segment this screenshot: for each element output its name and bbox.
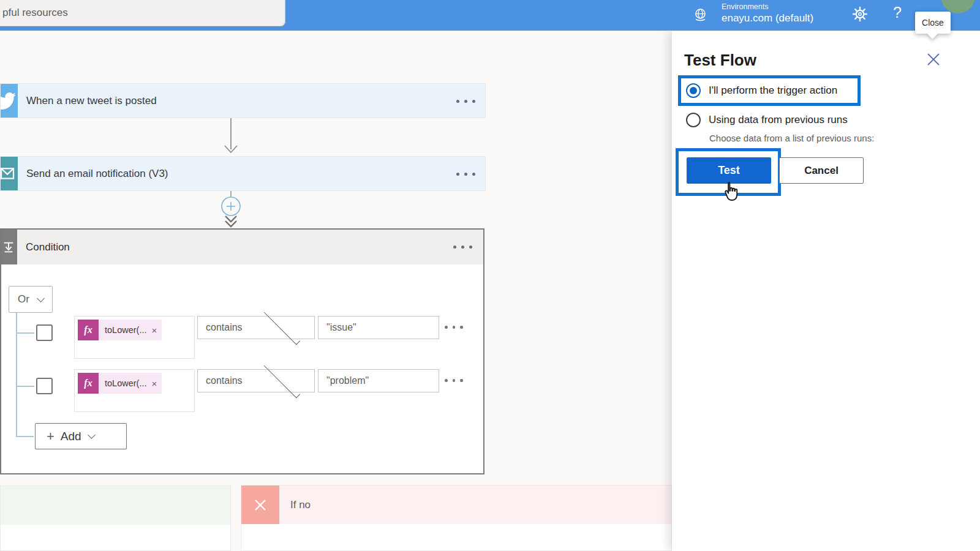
- if-no-title: If no: [290, 499, 311, 511]
- condition-tree-line: [16, 313, 17, 437]
- add-condition-button[interactable]: + Add: [35, 423, 127, 449]
- condition-value-text: "problem": [326, 375, 369, 386]
- close-tooltip: Close: [915, 12, 951, 34]
- radio-previous-runs[interactable]: [686, 113, 701, 127]
- condition-row-more-menu[interactable]: [445, 379, 463, 382]
- condition-row-more-menu[interactable]: [445, 326, 463, 329]
- flow-connector-arrows: [221, 116, 241, 230]
- condition-row-checkbox[interactable]: [36, 378, 53, 394]
- condition-tree-stub-1: [16, 332, 34, 334]
- fx-function-icon: fx: [78, 373, 99, 394]
- test-flow-panel: Test Flow I'll perform the trigger actio…: [672, 31, 980, 551]
- panel-close-icon[interactable]: [925, 51, 942, 68]
- close-tooltip-label: Close: [922, 18, 944, 28]
- environment-name: enayu.com (default): [722, 12, 813, 25]
- if-no-branch-card[interactable]: If no: [241, 485, 672, 551]
- panel-title: Test Flow: [684, 51, 756, 70]
- settings-gear-icon[interactable]: [851, 6, 869, 23]
- radio-previous-runs-label: Using data from previous runs: [709, 114, 848, 126]
- twitter-icon: [1, 84, 18, 118]
- radio-perform-trigger-label: I'll perform the trigger action: [709, 84, 837, 97]
- previous-runs-caption: Choose data from a list of previous runs…: [709, 133, 874, 143]
- trigger-card[interactable]: When a new tweet is posted: [0, 83, 486, 118]
- condition-operator-select-value: contains: [206, 322, 251, 333]
- condition-row-checkbox[interactable]: [36, 324, 53, 341]
- expression-text: toLower(...: [105, 325, 147, 335]
- condition-operator-select[interactable]: contains: [197, 369, 315, 392]
- chevron-down-icon: [88, 431, 96, 439]
- condition-operator-select-value: contains: [206, 375, 251, 386]
- cancel-button[interactable]: Cancel: [779, 157, 864, 184]
- resources-callout-label: pful resources: [0, 7, 68, 19]
- action-card[interactable]: Send an email notification (V3): [0, 156, 486, 191]
- if-yes-branch-card[interactable]: [0, 485, 231, 551]
- if-no-x-icon: [241, 485, 279, 524]
- email-icon: [1, 157, 18, 190]
- expression-token[interactable]: fx toLower(... ×: [78, 320, 162, 340]
- plus-icon: +: [47, 430, 55, 443]
- environments-globe-icon: [692, 7, 709, 23]
- cancel-button-label: Cancel: [804, 165, 839, 177]
- condition-value-field[interactable]: "problem": [318, 369, 439, 392]
- expression-token[interactable]: fx toLower(... ×: [78, 373, 162, 394]
- help-icon[interactable]: ?: [893, 4, 902, 21]
- add-button-label: Add: [61, 430, 81, 443]
- test-button-label: Test: [718, 164, 740, 177]
- hand-cursor-icon: [720, 179, 742, 206]
- remove-expression-icon[interactable]: ×: [152, 378, 157, 389]
- condition-icon: [1, 230, 17, 264]
- condition-expression-field[interactable]: fx toLower(... ×: [74, 369, 195, 412]
- if-yes-header: [1, 486, 230, 525]
- previous-runs-option[interactable]: Using data from previous runs: [686, 113, 848, 127]
- condition-operator-dropdown[interactable]: Or: [9, 286, 53, 313]
- condition-value-field[interactable]: "issue": [318, 316, 439, 339]
- environments-label: Environments: [722, 2, 813, 12]
- if-no-header: If no: [241, 485, 671, 524]
- radio-perform-trigger[interactable]: [686, 83, 701, 98]
- condition-operator-value: Or: [18, 293, 29, 305]
- power-automate-designer: Environments enayu.com (default) ? pful …: [0, 0, 980, 551]
- action-more-menu[interactable]: [456, 173, 475, 176]
- resources-callout[interactable]: pful resources: [0, 0, 285, 26]
- condition-more-menu[interactable]: [453, 246, 472, 249]
- chevron-down-icon: [37, 294, 45, 302]
- condition-header[interactable]: Condition: [1, 230, 483, 264]
- action-title: Send an email notification (V3): [26, 168, 168, 180]
- expression-text: toLower(...: [105, 378, 147, 388]
- condition-tree-stub-3: [16, 436, 34, 437]
- fx-function-icon: fx: [78, 320, 99, 340]
- trigger-option-highlight: I'll perform the trigger action: [678, 75, 861, 106]
- trigger-title: When a new tweet is posted: [26, 95, 157, 107]
- condition-value-text: "issue": [326, 322, 356, 333]
- environment-switcher[interactable]: Environments enayu.com (default): [722, 2, 813, 25]
- condition-title: Condition: [26, 241, 70, 253]
- condition-operator-select[interactable]: contains: [197, 316, 315, 339]
- trigger-more-menu[interactable]: [456, 100, 475, 103]
- remove-expression-icon[interactable]: ×: [152, 325, 157, 335]
- condition-expression-field[interactable]: fx toLower(... ×: [74, 316, 195, 359]
- condition-tree-stub-2: [16, 386, 34, 387]
